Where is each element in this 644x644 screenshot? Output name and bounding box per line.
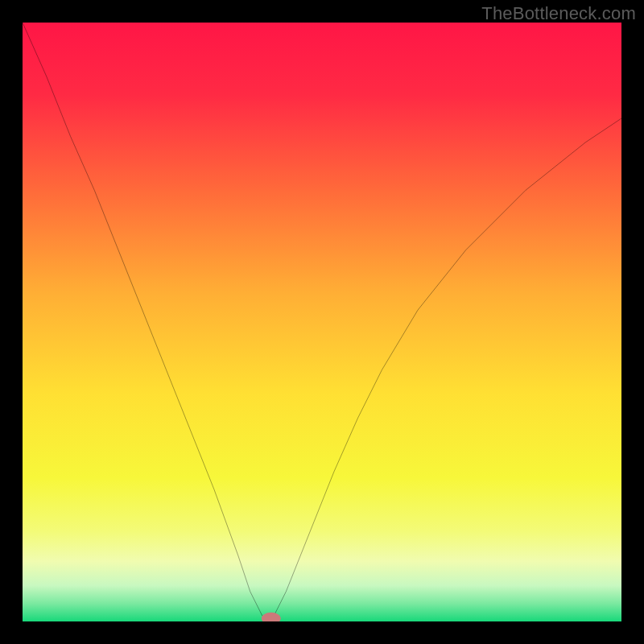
watermark-text: TheBottleneck.com	[481, 3, 636, 24]
chart-frame: TheBottleneck.com	[0, 0, 644, 644]
chart-svg	[23, 23, 621, 621]
plot-area	[23, 23, 621, 621]
gradient-rect	[23, 23, 621, 621]
